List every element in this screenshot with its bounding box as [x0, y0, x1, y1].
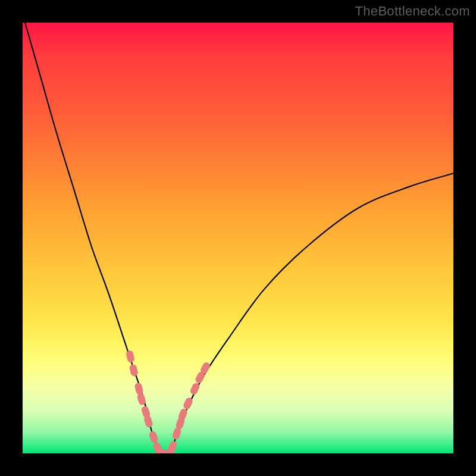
data-marker [129, 364, 139, 377]
chart-frame: TheBottleneck.com [0, 0, 476, 476]
data-marker [148, 430, 159, 444]
watermark-text: TheBottleneck.com [355, 4, 470, 19]
plot-area [23, 23, 453, 453]
data-markers [126, 350, 211, 453]
curve-layer [23, 23, 453, 453]
data-marker [126, 350, 135, 363]
bottleneck-curve [23, 23, 453, 453]
